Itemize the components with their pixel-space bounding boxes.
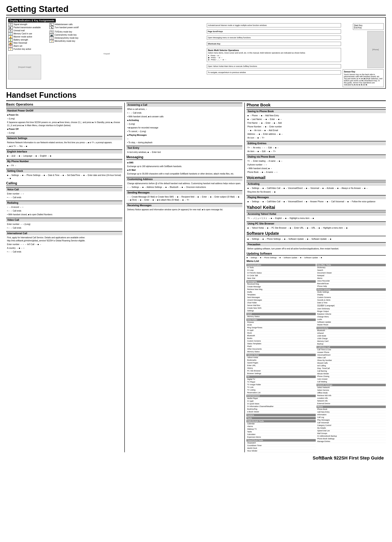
basic-multi-selector: Basic Multi Selector Operations Select m… [207,48,341,62]
indicator-label: Unread mail [14,29,25,32]
network-settings-section: Network Settings Retrieve Network Inform… [6,136,122,148]
sending-messages-title: Sending Messages [127,190,243,195]
menu-item-history: History [246,367,316,369]
activating-cancel: • To cancel, ○ (Long) [127,130,242,133]
international-call-section: International Call First, apply for Inte… [6,231,122,253]
video-call-desc: Enter number → ○ (Long) [7,223,122,226]
menu-item-memo-doc: Memo [317,277,386,280]
pb-step5: → ■ → An icon → ■ → Add Email [247,129,385,132]
sending-messages-steps: ○ → Create Message (S! Mail) or Create N… [127,195,242,201]
menu-col-2: Doc./Rec. Tools Dictionary Search Docume… [317,263,386,452]
voice-call-content: Enter number → ○ • ○ → Call ends [6,192,122,199]
customizing-desc: Change alphanumerics before @ of the def… [127,182,242,185]
english-interface-seq: ■ → 設定 → ■ → Language → ■ → English → ■ [7,154,122,157]
indicator-power: 🔌 Turn handset power on/off [49,26,82,29]
menu-item-templates: Templates [246,293,316,296]
setting-clock-section: Setting Clock ■ → Settings → ■ → Phone S… [6,169,122,180]
accessing-yahoo-content: Y> → メニューリスト → ■ → English → ■ → Highlig… [246,217,386,220]
customizing-seq: ○ → Settings → ■ → Address Settings → ■ … [127,186,242,189]
menu-item-custom-screens-ps: Custom Screens [317,296,386,299]
menu-item-chat-folder: Chat Folder [246,301,316,304]
voicemail-activating-seq: ■ → Settings → ■ → Call/Video Call → ■ →… [247,187,385,190]
voice-call-desc: Enter number → ○ [7,192,122,195]
menu-col-1: Communication S! Tools S! Loop S! Friend… [246,263,316,452]
packet-icon: ▶ [8,26,13,29]
sensor-key-box: Sensor Key Touch Sensor Key on the back … [343,69,384,87]
menu-item-pb-settings: Phone Book Settings [317,438,386,440]
smail-desc: Exchange up to 30,000 characters with e-… [127,172,242,175]
menu-item-mem-status-df: Memory Status [246,350,316,353]
indicator-initiate: 📞 Initiate/answer calls [49,23,82,26]
software-update-seq-section: ■ → Settings → ■ → Phone Settings → ■ → … [246,238,386,241]
pc-site-browser-title: Using PC Site Browser [246,221,386,226]
menu-item-friends-status: S! Friend's Status [246,272,316,274]
setting-clock-seq: ■ → Settings → ■ → Phone Settings → ■ → … [7,174,122,180]
power-off-label: ■ Power Off [7,128,18,130]
menu-item-master-reset: Master Reset [317,324,386,326]
menu-cat-communication: Communication [246,264,316,266]
voicemail-playing-seq: ■ → Settings → ■ → Call/Video Call → ■ →… [247,200,385,203]
messaging-section-title: Messaging [127,155,243,160]
precaution-title: Precaution [246,242,386,246]
menu-cat-phone-settings: Phone Settings [317,288,386,291]
dialing-via-pb-section: Dialing via Phone Book Y> → Enter readin… [246,155,386,174]
menu-item-flash: Flash [246,345,316,348]
menu-item-call-barring: Call Barring [317,370,386,372]
menu-item-call-waiting: Call Waiting [317,380,386,383]
activating-key: ○ (Long) [127,122,242,125]
smail-title: ■ S! Mail [127,169,136,171]
menu-item-custom-screens-df: Custom Screens [246,340,316,342]
menu-cat-entertainment: Entertainment [246,395,316,397]
menu-item-bluetooth-df: Bluetooth [246,334,316,337]
indicator-function: ⚡ Function key active [8,48,45,51]
voicemail-ring-time: Ring time (for No Answer) → ■ [247,190,385,193]
menu-item-call-voicemail: Call Voicemail [317,421,386,424]
mail-icon: ✉ [8,29,13,32]
indicator-label: Alarm set [14,45,22,47]
network-settings-content: Retrieve Network Information to use Netw… [6,141,122,148]
menu-item-location-info: Location Info [317,397,386,400]
menu-item-yahoo-keitai: Yahoo! Keitai [246,356,316,359]
editing-step2: An item → ■ → Edit → ■ → Y> [247,150,385,153]
menu-item-s-loop: S! Loop [246,269,316,272]
menu-item-tv-player: TV Player [246,381,316,383]
menu-item-ringer-output: Ringer Output [317,310,386,313]
menu-list-section: Updating Software ■ → Settings → ■ → Pho… [246,252,386,452]
pb-step1: ■ → Phone → ■ → Add New Entry [247,114,385,117]
software-update-title: Software Update [246,231,386,236]
voicemail-playing-title: Playing Messages [246,195,386,199]
activate-manner-box: Activate/cancel Manner mode or toggle mu… [207,23,341,27]
menu-item-saved-pages: Saved Pages [246,362,316,364]
menu-item-manage-entries: Manage Entries [317,440,386,443]
indicator-voicemail: 📻 New Voicemail [8,42,45,44]
start-end-key-box: Start Key End Key [353,23,384,30]
answering-section: Answering a Call When a call arrives, ○ … [127,103,243,144]
activating-title: ■ Activating [127,119,139,121]
menu-cat-send: Send [246,313,316,315]
handset-functions-content: Basic Operations Handset Power On/Off ■ … [6,103,386,452]
handset-power-content: ■ Power On ○ (Long) If Japanese appears … [6,113,122,134]
menu-item-mail-groups: Mail Groups [317,432,386,435]
indicator-label: Battery strength [14,39,28,41]
customizing-address-section: Customizing Address Change alphanumerics… [127,177,243,189]
menu-item-server-mail: Server Mail Box [246,304,316,307]
playing-messages-title: ■ Playing Messages [127,134,147,136]
sensor-key-title: Sensor Key [344,70,382,73]
voicemail-activating-title: Activating [246,182,386,186]
menu-item-create-msg: Create Message [246,285,316,288]
network-settings-seq: ○, ■ or Y> → Yes → ■ [7,145,122,148]
indicator-memo: 📝 Memo/Entry mode key [49,40,82,43]
start-key-label: Start Key [354,24,383,27]
menu-item-my-details: My Details [317,427,386,429]
text-entry-desc: In text entry windows, ■ → Enter text [127,151,242,154]
indicator-label: Camera/entry mode key [55,34,77,36]
menu-item-digital-tv: Digital TV [246,378,316,381]
indicator-packet: ▶ Packet transmission available [8,26,45,29]
basic-multi-desc: Select menu items, move cursor and scrol… [208,52,340,54]
sending-messages-section: Sending Messages ○ → Create Message (S! … [127,190,243,201]
setting-clock-title: Setting Clock [6,169,122,173]
dialing-step4: Phone Book → ■ → A name → ○ [247,171,385,174]
my-phone-number-content: ■ → F# → [6,164,122,167]
software-update-seq: ■ → Settings → ■ → Phone Settings → ■ → … [247,238,385,241]
video-call-step2: • ○ → Call ends [7,226,122,229]
